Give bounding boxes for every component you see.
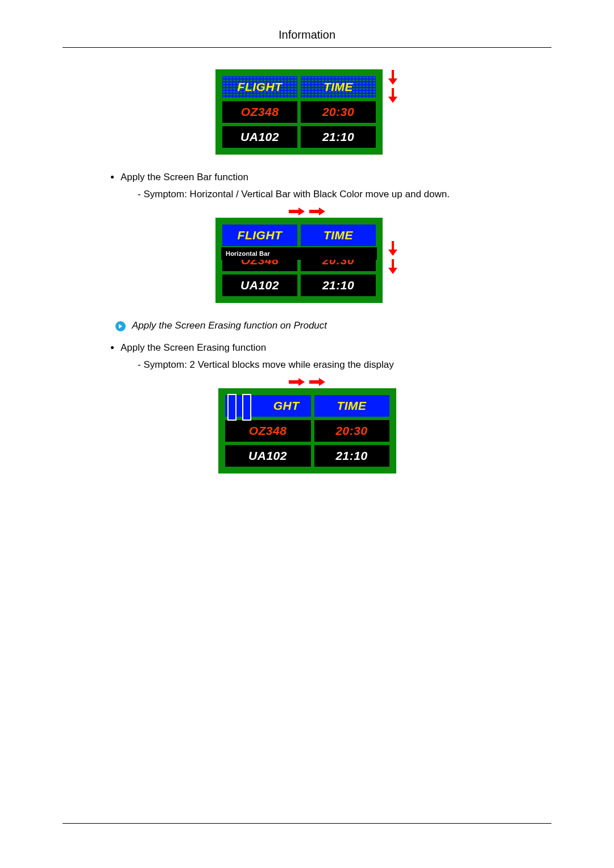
page: Information FLIGHT TIME — [0, 0, 614, 868]
erase-block-icon — [227, 394, 237, 421]
figure-screen-bar: FLIGHT TIME OZ348 20:30 UA102 21:10 — [63, 207, 551, 303]
arrow-down-icon — [387, 69, 399, 85]
page-title: Information — [63, 28, 551, 41]
vertical-arrows — [387, 69, 399, 103]
footer-rule — [63, 823, 551, 824]
flight-board: GHT TIME OZ348 20:30 UA102 21:10 — [218, 388, 396, 474]
horizontal-arrows — [63, 377, 551, 389]
horizontal-arrows — [63, 207, 551, 219]
cell-flight-oz348: OZ348 — [221, 99, 299, 124]
arrow-circle-icon — [115, 321, 126, 332]
figure-screen-erasing: GHT TIME OZ348 20:30 UA102 21:10 — [63, 377, 551, 474]
header-rule — [63, 47, 551, 48]
note-erasing: Apply the Screen Erasing function on Pro… — [115, 320, 551, 332]
erase-block-icon — [242, 394, 251, 421]
cell-time-2110: 21:10 — [313, 443, 391, 468]
cell-flight-ua102: UA102 — [221, 124, 299, 149]
symptom-screen-bar: - Symptom: Horizontal / Vertical Bar wit… — [80, 189, 551, 200]
bullet-list: Apply the Screen Erasing function — [80, 342, 551, 354]
arrow-right-icon — [288, 207, 305, 216]
flight-board: FLIGHT TIME OZ348 20:30 UA102 21:10 — [215, 218, 383, 303]
flight-board: FLIGHT TIME OZ348 20:30 UA102 21:10 — [215, 69, 383, 155]
arrow-down-icon — [387, 240, 399, 256]
arrow-right-icon — [288, 377, 305, 387]
arrow-right-icon — [309, 207, 326, 216]
cell-time-2030: 20:30 — [313, 418, 391, 443]
col-header-flight-partial: GHT — [223, 393, 313, 418]
cell-time-2030: 20:30 — [299, 99, 377, 124]
col-header-time: TIME — [299, 74, 377, 99]
cell-flight-ua102: UA102 — [221, 273, 299, 298]
col-header-flight: FLIGHT — [221, 223, 299, 248]
horizontal-bar-overlay: Horizontal Bar — [221, 247, 377, 260]
arrow-down-icon — [387, 259, 399, 275]
figure-pixel-scroll: FLIGHT TIME OZ348 20:30 UA102 21:10 — [63, 69, 551, 155]
cell-time-2110: 21:10 — [299, 124, 377, 149]
cell-flight-ua102: UA102 — [223, 443, 313, 468]
bullet-screen-erasing: Apply the Screen Erasing function — [121, 342, 551, 354]
col-header-time: TIME — [313, 393, 391, 418]
symptom-screen-erasing: - Symptom: 2 Vertical blocks move while … — [80, 359, 551, 371]
arrow-right-icon — [309, 377, 326, 387]
bullet-screen-bar: Apply the Screen Bar function — [121, 172, 551, 183]
vertical-arrows — [387, 218, 399, 275]
arrow-down-icon — [387, 88, 399, 103]
bullet-list: Apply the Screen Bar function — [80, 172, 551, 183]
col-header-flight: FLIGHT — [221, 74, 299, 99]
col-header-time: TIME — [299, 223, 377, 248]
cell-time-2110: 21:10 — [299, 273, 377, 298]
cell-flight-oz348: OZ348 — [223, 418, 313, 443]
